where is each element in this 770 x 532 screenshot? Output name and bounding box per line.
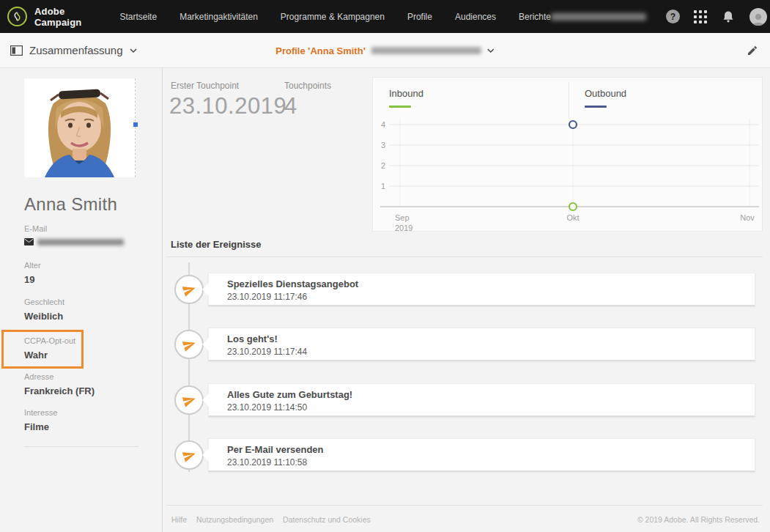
- nav-item-startseite[interactable]: Startseite: [119, 12, 157, 22]
- legend-outbound-swatch: [585, 106, 607, 108]
- adobe-campaign-logo-icon[interactable]: [7, 7, 27, 26]
- footer-links: Hilfe Nutzungsbedingungen Datenschutz un…: [171, 515, 371, 524]
- event-card[interactable]: Per E-Mail versenden 23.10.2019 11:10:58: [208, 438, 755, 472]
- top-nav: Adobe Campaign Startseite Marketingaktiv…: [0, 0, 770, 33]
- field-gender: Geschlecht Weiblich: [24, 298, 64, 322]
- nav-item-audiences[interactable]: Audiences: [455, 12, 496, 22]
- page-title: Profile 'Anna Smith': [275, 45, 365, 56]
- field-ccpa-value: Wahr: [24, 350, 75, 361]
- inbound-data-point[interactable]: [569, 203, 577, 210]
- timeline-node: [174, 440, 204, 470]
- touchpoints-label: Touchpoints: [284, 81, 331, 91]
- ytick-2: 2: [381, 161, 385, 170]
- field-age-label: Alter: [24, 261, 41, 270]
- outbound-data-point[interactable]: [569, 121, 577, 128]
- brand-title[interactable]: Adobe Campaign: [34, 6, 81, 28]
- view-switcher-dropdown[interactable]: Zusammenfassung: [10, 44, 137, 56]
- field-address-label: Adresse: [24, 372, 95, 381]
- footer-divider: [166, 505, 763, 506]
- nav-item-programme-kampagnen[interactable]: Programme & Kampagnen: [281, 12, 385, 22]
- field-interest-value: Filme: [24, 421, 57, 432]
- events-section-title: Liste der Ereignisse: [171, 239, 262, 250]
- notifications-bell-icon[interactable]: [721, 10, 736, 24]
- app-switcher-icon[interactable]: [694, 10, 707, 23]
- footer-link-hilfe[interactable]: Hilfe: [171, 515, 187, 524]
- copyright-text: © 2019 Adobe. All Rights Reserved.: [637, 515, 760, 524]
- chevron-down-icon: [130, 48, 137, 53]
- first-touchpoint-label: Erster Touchpoint: [171, 81, 239, 91]
- legend-outbound: Outbound: [585, 88, 626, 108]
- first-touchpoint-value: 23.10.2019: [169, 93, 286, 119]
- xtick-okt: Okt: [566, 213, 579, 222]
- campaign-glyph-icon: [12, 11, 23, 22]
- event-card[interactable]: Spezielles Dienstagsangebot 23.10.2019 1…: [208, 273, 755, 306]
- adobe-campaign-app: Adobe Campaign Startseite Marketingaktiv…: [0, 0, 770, 532]
- event-card[interactable]: Los geht's! 23.10.2019 11:17:44: [208, 328, 755, 361]
- field-gender-label: Geschlecht: [24, 298, 64, 306]
- person-silhouette-icon: [751, 12, 766, 26]
- timeline-node: [174, 330, 204, 359]
- nav-item-marketingaktivitaeten[interactable]: Marketingaktivitäten: [179, 12, 258, 22]
- user-avatar-icon[interactable]: [749, 8, 767, 26]
- sidebar-divider: [24, 446, 138, 447]
- send-paper-plane-icon: [180, 336, 198, 353]
- chevron-down-icon: [487, 48, 495, 53]
- field-gender-value: Weiblich: [24, 311, 64, 322]
- send-paper-plane-icon: [180, 281, 198, 298]
- events-divider: [166, 256, 763, 257]
- touchpoints-plot: 4 3 2 1 Sep 2019 Okt Nov: [373, 114, 762, 232]
- timeline-node: [174, 275, 204, 304]
- field-email-label: E-Mail: [24, 224, 124, 233]
- profile-title-dropdown[interactable]: Profile 'Anna Smith': [275, 33, 494, 68]
- event-card[interactable]: Alles Gute zum Geburtstag! 23.10.2019 11…: [208, 383, 755, 417]
- ytick-4: 4: [381, 120, 385, 129]
- event-timestamp: 23.10.2019 11:17:46: [227, 292, 755, 302]
- ytick-1: 1: [381, 182, 385, 191]
- nav-item-profile[interactable]: Profile: [407, 12, 432, 22]
- field-interest: Interesse Filme: [24, 408, 57, 432]
- summary-layout-icon: [10, 45, 23, 56]
- profile-sidebar: Anna Smith E-Mail Alter 19 Geschlecht We…: [0, 68, 163, 532]
- event-title: Alles Gute zum Geburtstag!: [227, 389, 755, 400]
- footer-link-datenschutz[interactable]: Datenschutz und Cookies: [283, 515, 371, 524]
- edit-profile-button[interactable]: [747, 45, 758, 56]
- touchpoints-value: 4: [284, 93, 297, 119]
- footer-link-nutzungsbedingungen[interactable]: Nutzungsbedingungen: [196, 515, 273, 524]
- field-age-value: 19: [24, 274, 41, 285]
- view-label: Zusammenfassung: [29, 44, 123, 56]
- profile-name: Anna Smith: [24, 194, 117, 215]
- send-paper-plane-icon: [180, 446, 198, 464]
- field-ccpa-opt-out: CCPA-Opt-out Wahr: [24, 336, 75, 361]
- photo-selection-handle[interactable]: [133, 122, 138, 127]
- ytick-3: 3: [381, 141, 385, 149]
- xtick-nov: Nov: [740, 213, 755, 222]
- legend-inbound: Inbound: [389, 88, 423, 108]
- event-timestamp: 23.10.2019 11:17:44: [227, 347, 755, 357]
- nav-right-cluster: ?: [551, 8, 767, 26]
- event-title: Spezielles Dienstagsangebot: [227, 278, 755, 289]
- field-email: E-Mail: [24, 224, 124, 245]
- xtick-sep: Sep: [395, 213, 410, 222]
- help-icon[interactable]: ?: [666, 10, 680, 23]
- field-interest-label: Interesse: [24, 408, 57, 417]
- profile-photo: [24, 78, 136, 177]
- portrait-image: [24, 78, 135, 177]
- field-address: Adresse Frankreich (FR): [24, 372, 95, 396]
- legend-inbound-label: Inbound: [389, 88, 423, 99]
- event-title: Per E-Mail versenden: [227, 444, 755, 455]
- pencil-icon: [747, 45, 758, 56]
- field-ccpa-label: CCPA-Opt-out: [24, 336, 75, 345]
- event-title: Los geht's!: [227, 333, 755, 344]
- field-address-value: Frankreich (FR): [24, 385, 95, 396]
- event-timestamp: 23.10.2019 11:14:50: [227, 402, 755, 413]
- send-paper-plane-icon: [180, 391, 198, 409]
- nav-item-berichte[interactable]: Berichte: [519, 12, 551, 22]
- nav-items: Startseite Marketingaktivitäten Programm…: [119, 12, 551, 22]
- logged-in-user-redacted[interactable]: [551, 13, 646, 21]
- field-age: Alter 19: [24, 261, 41, 285]
- email-value-redacted: [37, 239, 124, 245]
- legend-inbound-swatch: [389, 106, 411, 108]
- legend-outbound-label: Outbound: [585, 88, 626, 99]
- envelope-icon: [24, 238, 34, 245]
- touchpoints-chart-panel: Inbound Outbound 4 3 2 1 Sep 2019 Okt: [372, 77, 763, 232]
